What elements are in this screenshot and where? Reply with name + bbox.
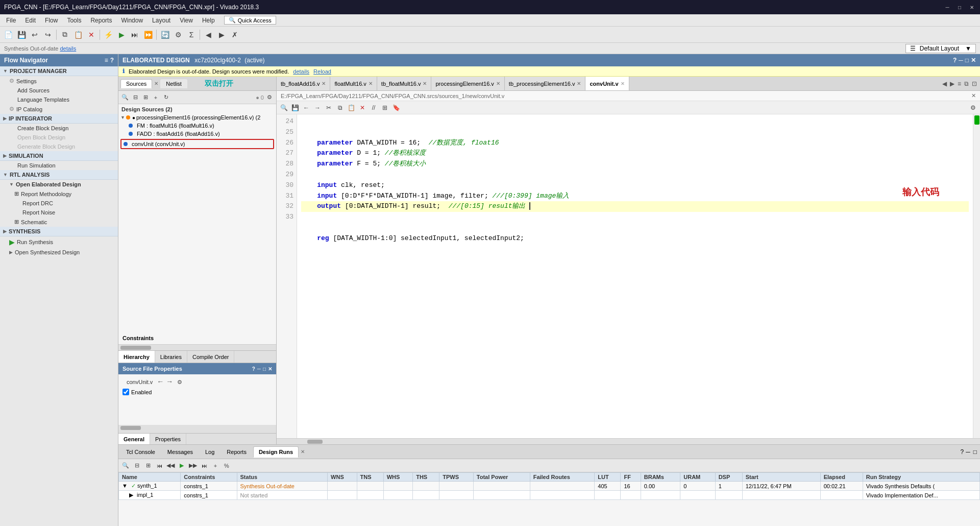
sum-button[interactable]: Σ — [185, 29, 198, 41]
code-area[interactable]: 24 25 26 27 28 29 30 31 32 33 parameter … — [277, 114, 973, 438]
info-details-link[interactable]: details — [293, 68, 309, 75]
nav-item-report-noise[interactable]: Report Noise — [0, 208, 118, 217]
paste-button[interactable]: 📋 — [72, 29, 84, 41]
nav-item-language-templates[interactable]: Language Templates — [0, 95, 118, 104]
section-synthesis-header[interactable]: ▶ SYNTHESIS — [0, 227, 118, 236]
forward-button[interactable]: ▶ — [215, 29, 228, 41]
section-project-manager-header[interactable]: ▼ PROJECT MANAGER — [0, 66, 118, 76]
section-simulation-header[interactable]: ▶ SIMULATION — [0, 151, 118, 161]
copy-button[interactable]: ⧉ — [59, 29, 71, 41]
runs-search-icon[interactable]: 🔍 — [120, 461, 131, 471]
menu-layout[interactable]: Layout — [148, 16, 175, 25]
props-h-scroll[interactable] — [118, 425, 276, 433]
bottom-minimize-icon[interactable]: ─ — [966, 448, 970, 456]
auto-connect-button[interactable]: ⚡ — [102, 29, 114, 41]
elab-help-icon[interactable]: ? — [953, 57, 957, 64]
menu-help[interactable]: Help — [198, 16, 219, 25]
editor-tab-processingElement16[interactable]: processingElement16.v ✕ — [431, 77, 504, 90]
close-tab-processingElement16[interactable]: ✕ — [496, 81, 500, 86]
nav-item-create-block-design[interactable]: Create Block Design — [0, 124, 118, 133]
table-row-synth1[interactable]: ▼ ✓ synth_1 constrs_1 Synthesis Out-of-d… — [119, 482, 980, 491]
editor-save-icon[interactable]: 💾 — [290, 103, 300, 113]
menu-view[interactable]: View — [176, 16, 197, 25]
src-props-expand-icon[interactable]: □ — [263, 366, 266, 372]
runs-prev-icon[interactable]: ◀◀ — [165, 461, 176, 471]
bottom-tab-messages[interactable]: Messages — [162, 446, 199, 458]
tree-item-floatMult16[interactable]: FM : floatMult16 (floatMult16.v) — [118, 122, 276, 130]
tree-item-convUnit[interactable]: convUnit (convUnit.v) — [120, 139, 274, 149]
tab-netlist[interactable]: Netlist — [160, 79, 187, 88]
flow-nav-help-icon[interactable]: ? — [110, 57, 114, 64]
redo-button[interactable]: ↪ — [42, 29, 54, 41]
collapse-all-icon[interactable]: ⊟ — [131, 93, 140, 102]
bottom-tabs-close-icon[interactable]: ✕ — [301, 449, 305, 455]
synthesis-details-link[interactable]: details — [60, 45, 76, 52]
editor-tab-tb-floatAdd16[interactable]: tb_floatAdd16.v ✕ — [277, 77, 330, 90]
nav-item-settings[interactable]: ⚙ Settings — [0, 76, 118, 86]
tab-compile-order[interactable]: Compile Order — [187, 351, 235, 363]
props-tab-general[interactable]: General — [118, 434, 150, 444]
add-source-icon[interactable]: + — [151, 93, 160, 102]
tree-item-processingElement16[interactable]: ▼ ● processingElement16 (processingEleme… — [118, 113, 276, 122]
section-ip-integrator-header[interactable]: ▶ IP INTEGRATOR — [0, 114, 118, 124]
expand-all-icon[interactable]: ⊞ — [141, 93, 150, 102]
editor-bookmark-icon[interactable]: 🔖 — [391, 103, 401, 113]
runs-play-icon[interactable]: ▶ — [177, 461, 187, 471]
close-tab-tb-floatMult16[interactable]: ✕ — [423, 81, 427, 86]
editor-comment-icon[interactable]: // — [369, 103, 379, 113]
info-reload-link[interactable]: Reload — [313, 68, 331, 75]
menu-flow[interactable]: Flow — [41, 16, 62, 25]
close-button[interactable]: ✕ — [968, 3, 976, 11]
nav-item-ip-catalog[interactable]: ⚙ IP Catalog — [0, 104, 118, 114]
save-button[interactable]: 💾 — [15, 29, 28, 41]
runs-collapse-icon[interactable]: ⊟ — [132, 461, 142, 471]
nav-item-open-elaborated-design[interactable]: ▼ Open Elaborated Design — [0, 180, 118, 189]
nav-item-schematic[interactable]: ⊞ Schematic — [0, 217, 118, 227]
src-props-minimize-icon[interactable]: ─ — [257, 366, 261, 372]
editor-paste-icon[interactable]: 📋 — [346, 103, 356, 113]
x-button[interactable]: ✗ — [229, 29, 241, 41]
menu-window[interactable]: Window — [117, 16, 147, 25]
bottom-tab-log[interactable]: Log — [200, 446, 220, 458]
editor-tab-tb-floatMult16[interactable]: tb_floatMult16.v ✕ — [377, 77, 432, 90]
nav-item-add-sources[interactable]: Add Sources — [0, 86, 118, 95]
synth1-expand-icon[interactable]: ▼ — [122, 483, 128, 489]
tab-prev-arrow[interactable]: ◀ — [941, 80, 948, 87]
enabled-checkbox-input[interactable] — [122, 389, 129, 395]
step-button[interactable]: ⏭ — [129, 29, 141, 41]
props-h-scroll-thumb[interactable] — [120, 426, 141, 430]
tab-split-icon[interactable]: ⧉ — [963, 80, 970, 87]
runs-next-icon[interactable]: ▶▶ — [188, 461, 198, 471]
menu-reports[interactable]: Reports — [86, 16, 116, 25]
next-button[interactable]: ⏩ — [142, 29, 154, 41]
editor-search-icon[interactable]: 🔍 — [279, 103, 289, 113]
delete-button[interactable]: ✕ — [85, 29, 97, 41]
runs-expand-icon[interactable]: ⊞ — [143, 461, 153, 471]
props-settings-icon[interactable]: ⚙ — [175, 377, 184, 387]
layout-dropdown[interactable]: ☰ Default Layout ▼ — [905, 44, 976, 53]
tab-hierarchy[interactable]: Hierarchy — [118, 351, 155, 363]
nav-item-report-methodology[interactable]: ⊞ Report Methodology — [0, 189, 118, 199]
elab-expand-icon[interactable]: □ — [965, 57, 969, 64]
tab-next-arrow[interactable]: ▶ — [949, 80, 955, 87]
bottom-tab-design-runs[interactable]: Design Runs — [253, 446, 299, 458]
editor-tab-tb-processingElement16[interactable]: tb_processingElement16.v ✕ — [505, 77, 586, 90]
back-button[interactable]: ◀ — [202, 29, 214, 41]
props-enabled-checkbox[interactable]: Enabled — [122, 388, 272, 396]
sources-close-icon[interactable]: ✕ — [154, 81, 158, 86]
menu-file[interactable]: File — [2, 16, 20, 25]
refresh-sources-icon[interactable]: ↻ — [161, 93, 170, 102]
tab-list-icon[interactable]: ≡ — [957, 80, 962, 87]
nav-item-open-synthesized-design[interactable]: ▶ Open Synthesized Design — [0, 248, 118, 257]
sources-h-scroll[interactable] — [118, 344, 276, 350]
close-tab-tb-processingElement16[interactable]: ✕ — [577, 81, 581, 86]
runs-last-icon[interactable]: ⏭ — [199, 461, 209, 471]
src-props-help-icon[interactable]: ? — [252, 366, 255, 372]
table-row-impl1[interactable]: ▶ impl_1 constrs_1 Not started — [119, 491, 980, 500]
refresh-button[interactable]: 🔄 — [159, 29, 171, 41]
bottom-tab-reports[interactable]: Reports — [221, 446, 252, 458]
code-h-scroll-thumb[interactable] — [307, 440, 323, 444]
tab-sources[interactable]: Sources — [120, 79, 152, 88]
run-button[interactable]: ▶ — [115, 29, 128, 41]
tab-libraries[interactable]: Libraries — [155, 351, 187, 363]
